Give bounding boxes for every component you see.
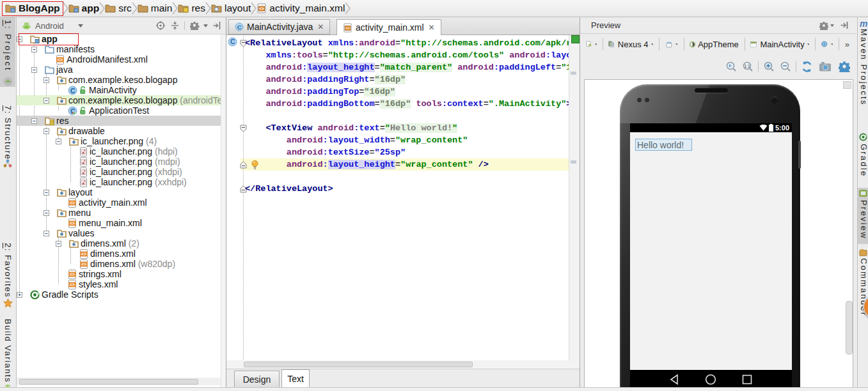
- svg-text:<>: <>: [70, 201, 75, 205]
- svg-text:1:1: 1:1: [744, 64, 750, 68]
- svg-text:<>: <>: [70, 282, 75, 287]
- svg-text:<>: <>: [81, 262, 86, 266]
- svg-text:<>: <>: [259, 7, 264, 12]
- svg-text:<>: <>: [58, 57, 63, 62]
- svg-text:<>: <>: [81, 252, 86, 256]
- svg-text:<>: <>: [70, 221, 75, 226]
- svg-text:C: C: [230, 38, 235, 45]
- svg-text:<>: <>: [345, 26, 351, 31]
- svg-text:C: C: [70, 86, 75, 94]
- svg-text:C: C: [237, 24, 242, 31]
- svg-text:<>: <>: [70, 272, 75, 277]
